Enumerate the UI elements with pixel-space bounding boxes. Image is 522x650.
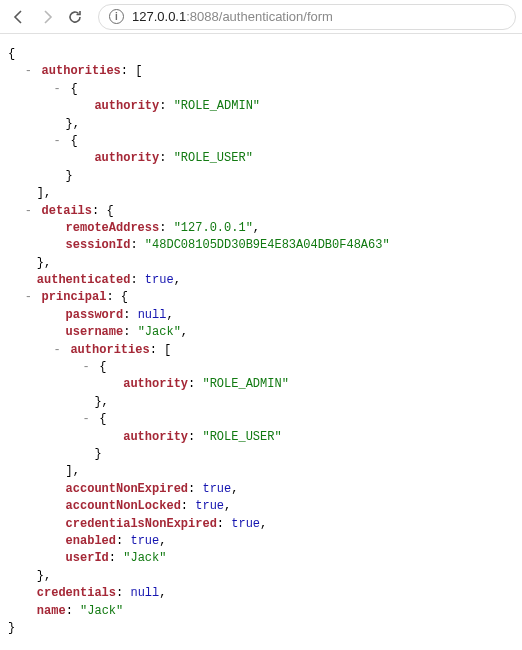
key-enabled: enabled [66, 534, 116, 548]
val-password: null [138, 308, 167, 322]
key-authority: authority [123, 377, 188, 391]
val-authenticated: true [145, 273, 174, 287]
val-remoteAddress: "127.0.0.1" [174, 221, 253, 235]
val-name: "Jack" [80, 604, 123, 618]
key-authenticated: authenticated [37, 273, 131, 287]
key-name: name [37, 604, 66, 618]
key-authority: authority [94, 151, 159, 165]
arrow-left-icon [11, 9, 27, 25]
key-accountNonExpired: accountNonExpired [66, 482, 188, 496]
key-sessionId: sessionId [66, 238, 131, 252]
key-remoteAddress: remoteAddress [66, 221, 160, 235]
toggle-icon[interactable]: - [51, 342, 63, 359]
key-credentialsNonExpired: credentialsNonExpired [66, 517, 217, 531]
url-text: 127.0.0.1:8088/authentication/form [132, 9, 333, 24]
key-password: password [66, 308, 124, 322]
toggle-icon[interactable]: - [80, 411, 92, 428]
key-authority: authority [123, 430, 188, 444]
reload-icon [67, 9, 83, 25]
brace-open: { [8, 46, 514, 63]
key-accountNonLocked: accountNonLocked [66, 499, 181, 513]
brace-close: } [8, 620, 514, 637]
site-info-icon[interactable]: i [109, 9, 124, 24]
val-credentials: null [130, 586, 159, 600]
val-credentialsNonExpired: true [231, 517, 260, 531]
toggle-icon[interactable]: - [22, 63, 34, 80]
val-accountNonLocked: true [195, 499, 224, 513]
key-authority: authority [94, 99, 159, 113]
toggle-icon[interactable]: - [22, 289, 34, 306]
toggle-icon[interactable]: - [51, 81, 63, 98]
json-viewer: { - authorities: [ - { authority: "ROLE_… [0, 34, 522, 650]
key-authorities: authorities [42, 64, 121, 78]
val-authority-1: "ROLE_USER" [174, 151, 253, 165]
val-sessionId: "48DC08105DD30B9E4E83A04DB0F48A63" [145, 238, 390, 252]
key-details: details [42, 204, 92, 218]
address-bar[interactable]: i 127.0.0.1:8088/authentication/form [98, 4, 516, 30]
toggle-icon[interactable]: - [51, 133, 63, 150]
val-p-authority-1: "ROLE_USER" [202, 430, 281, 444]
key-principal: principal [42, 290, 107, 304]
key-userId: userId [66, 551, 109, 565]
val-enabled: true [130, 534, 159, 548]
val-p-authority-0: "ROLE_ADMIN" [202, 377, 288, 391]
forward-button[interactable] [34, 4, 60, 30]
val-username: "Jack" [138, 325, 181, 339]
key-authorities: authorities [70, 343, 149, 357]
toggle-icon[interactable]: - [22, 203, 34, 220]
key-username: username [66, 325, 124, 339]
browser-toolbar: i 127.0.0.1:8088/authentication/form [0, 0, 522, 34]
val-authority-0: "ROLE_ADMIN" [174, 99, 260, 113]
toggle-icon[interactable]: - [80, 359, 92, 376]
key-credentials: credentials [37, 586, 116, 600]
val-accountNonExpired: true [202, 482, 231, 496]
reload-button[interactable] [62, 4, 88, 30]
val-userId: "Jack" [123, 551, 166, 565]
arrow-right-icon [39, 9, 55, 25]
back-button[interactable] [6, 4, 32, 30]
